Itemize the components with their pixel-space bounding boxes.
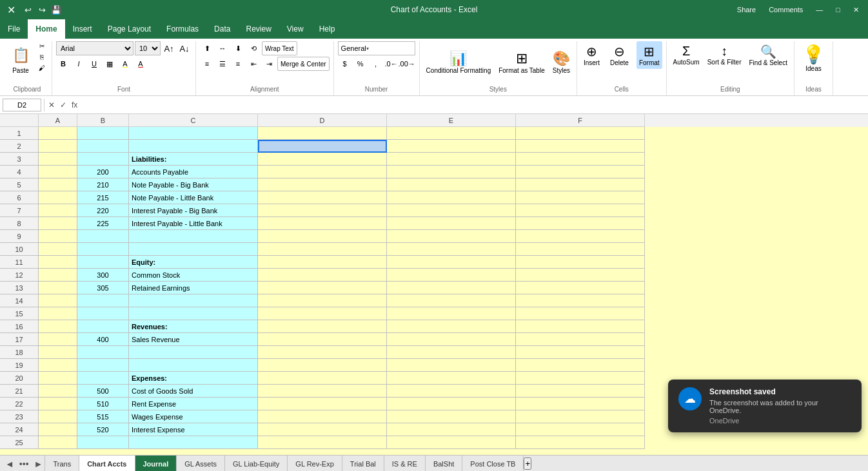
sheet-tab-balsht[interactable]: BalSht [425,456,462,471]
italic-button[interactable]: I [72,57,86,71]
cell-b20[interactable] [77,372,129,385]
cell-e22[interactable] [387,398,516,410]
decrease-decimal-button[interactable]: .0← [384,57,399,71]
cell-d12[interactable] [258,269,387,282]
cell-d17[interactable] [258,333,387,346]
cell-c11[interactable]: Equity: [129,256,258,269]
sheet-tab-chart-accts[interactable]: Chart Accts [79,456,135,471]
cell-b25[interactable] [77,436,129,449]
add-sheet-button[interactable]: + [524,457,531,470]
cell-c25[interactable] [129,436,258,449]
cell-c13[interactable]: Retained Earnings [129,282,258,294]
align-top-button[interactable]: ⬆ [200,41,214,55]
cell-d7[interactable] [258,204,387,217]
cell-b15[interactable] [77,307,129,320]
cell-b9[interactable] [77,230,129,243]
cell-f24[interactable] [516,423,645,436]
conditional-formatting-button[interactable]: 📊 Conditional Formatting [424,48,494,77]
cell-c18[interactable] [129,346,258,359]
cell-e8[interactable] [387,217,516,230]
cell-a4[interactable] [39,166,77,178]
cell-e17[interactable] [387,333,516,346]
cell-e5[interactable] [387,178,516,191]
currency-button[interactable]: $ [338,57,352,71]
col-header-e[interactable]: E [387,114,516,127]
cell-e24[interactable] [387,423,516,436]
cell-f1[interactable] [516,127,645,140]
underline-button[interactable]: U [87,57,101,71]
cell-f23[interactable] [516,410,645,423]
cell-f15[interactable] [516,307,645,320]
cell-a24[interactable] [39,423,77,436]
cell-d4[interactable] [258,166,387,178]
cell-f3[interactable] [516,153,645,166]
tab-help[interactable]: Help [311,19,343,39]
sheet-tab-is-re[interactable]: IS & RE [384,456,426,471]
cell-d18[interactable] [258,346,387,359]
cell-d14[interactable] [258,294,387,307]
cell-a14[interactable] [39,294,77,307]
cell-f20[interactable] [516,372,645,385]
font-color-button[interactable]: A [133,57,148,71]
font-grow-button[interactable]: A↑ [162,41,176,55]
cell-e16[interactable] [387,320,516,333]
cell-reference-input[interactable] [3,99,41,111]
cell-b18[interactable] [77,346,129,359]
cell-d1[interactable] [258,127,387,140]
cell-a16[interactable] [39,320,77,333]
col-header-f[interactable]: F [516,114,645,127]
cell-d25[interactable] [258,436,387,449]
maximize-button[interactable]: □ [832,5,844,15]
number-format-select[interactable]: General ▾ [338,41,415,55]
cell-f25[interactable] [516,436,645,449]
cell-a25[interactable] [39,436,77,449]
cell-a12[interactable] [39,269,77,282]
cell-f6[interactable] [516,191,645,204]
comments-button[interactable]: Comments [765,5,807,15]
align-left-button[interactable]: ≡ [200,57,214,71]
cell-a1[interactable] [39,127,77,140]
cell-b5[interactable]: 210 [77,178,129,191]
cell-a19[interactable] [39,359,77,372]
cell-b24[interactable]: 520 [77,423,129,436]
cell-d23[interactable] [258,410,387,423]
cell-c23[interactable]: Wages Expense [129,410,258,423]
cell-c16[interactable]: Revenues: [129,320,258,333]
tab-insert[interactable]: Insert [65,19,100,39]
cell-d13[interactable] [258,282,387,294]
cell-f16[interactable] [516,320,645,333]
cell-b6[interactable]: 215 [77,191,129,204]
sheet-tab-trans[interactable]: Trans [44,456,79,471]
cell-b7[interactable]: 220 [77,204,129,217]
align-middle-button[interactable]: ↔ [215,41,230,55]
cell-e19[interactable] [387,359,516,372]
cell-d6[interactable] [258,191,387,204]
cell-c21[interactable]: Cost of Goods Sold [129,385,258,398]
cell-c17[interactable]: Sales Revenue [129,333,258,346]
tab-nav-prev[interactable]: ◄ [3,456,17,471]
cell-c4[interactable]: Accounts Payable [129,166,258,178]
cell-a23[interactable] [39,410,77,423]
cell-a10[interactable] [39,243,77,256]
cell-d5[interactable] [258,178,387,191]
cell-e13[interactable] [387,282,516,294]
find-select-button[interactable]: 🔍 Find & Select [746,41,789,69]
cell-f22[interactable] [516,398,645,410]
cell-c3[interactable]: Liabilities: [129,153,258,166]
redo-icon[interactable]: ↪ [36,4,48,15]
cell-e10[interactable] [387,243,516,256]
cell-f19[interactable] [516,359,645,372]
font-family-select[interactable]: Arial [56,41,133,55]
format-button[interactable]: ⊞ Format [636,41,662,69]
cell-e20[interactable] [387,372,516,385]
cell-e1[interactable] [387,127,516,140]
cell-b23[interactable]: 515 [77,410,129,423]
cell-a17[interactable] [39,333,77,346]
cell-c2[interactable] [129,140,258,153]
cell-b2[interactable] [77,140,129,153]
ideas-button[interactable]: 💡 Ideas [800,41,827,75]
cell-e7[interactable] [387,204,516,217]
cell-e15[interactable] [387,307,516,320]
tab-page-layout[interactable]: Page Layout [100,19,159,39]
cell-c12[interactable]: Common Stock [129,269,258,282]
